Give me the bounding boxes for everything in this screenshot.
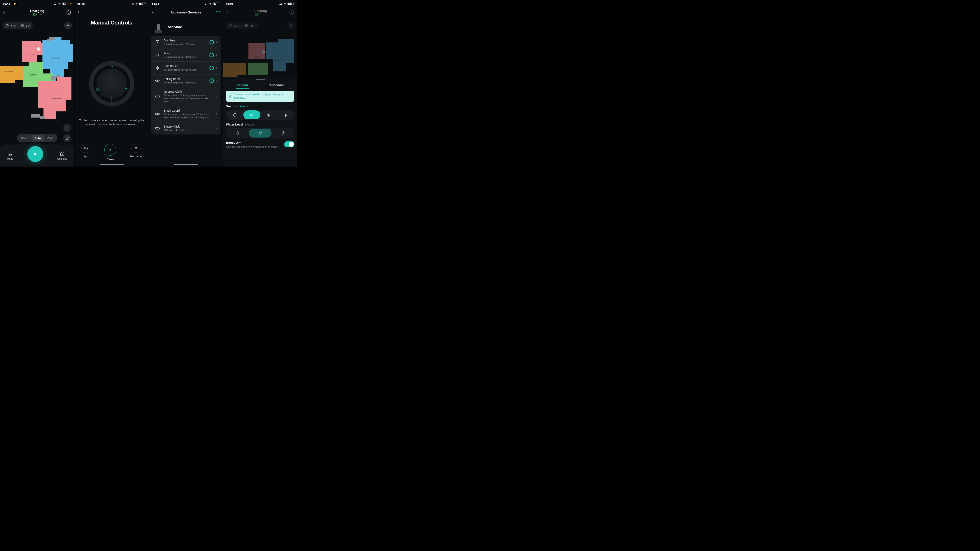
chevron-right-icon: [215, 113, 218, 115]
svg-rect-10: [40, 116, 45, 119]
suction-standard[interactable]: [243, 110, 260, 119]
back-button[interactable]: [2, 10, 6, 15]
boostiq-toggle[interactable]: [284, 141, 294, 147]
mode-zone[interactable]: Zone: [44, 135, 57, 141]
status-bar: 08:05 68: [75, 0, 149, 7]
timer-icon: [5, 24, 9, 27]
sheet-grabber[interactable]: [256, 79, 265, 80]
map-edit-button[interactable]: [64, 22, 72, 29]
svg-point-41: [268, 114, 269, 116]
page-title: Manual Controls: [75, 20, 149, 26]
room-label-bedroom: Bedroom: [51, 57, 60, 59]
suction-label: SuctionStandard: [226, 105, 294, 108]
svg-rect-7: [51, 76, 56, 79]
status-ring-icon: [210, 40, 214, 44]
svg-rect-6: [48, 39, 50, 41]
accessory-item-rolling-brush[interactable]: Rolling BrushShould be replaced in 359 h…: [151, 75, 221, 87]
room-label-living: Living room: [50, 97, 62, 100]
room-label-hallway: Hallway: [28, 73, 36, 76]
tab-customize[interactable]: Customize: [268, 82, 285, 89]
svg-point-40: [251, 114, 252, 115]
home-indicator: [99, 165, 124, 165]
svg-point-1: [68, 12, 69, 13]
accessory-item-mopping-cloth[interactable]: Mopping ClothWe recommend replacing ever…: [151, 87, 221, 106]
charging-button[interactable]: Charging: [57, 151, 67, 160]
start-clean-button[interactable]: [27, 146, 43, 162]
settings-button[interactable]: [65, 10, 72, 16]
device-name-label: RoboVac: [166, 25, 182, 29]
clean-button[interactable]: Clean: [104, 144, 116, 161]
home-indicator: [174, 165, 198, 165]
boostiq-desc: Auto-boost suction power depending on fl…: [226, 146, 284, 148]
map-edit-button[interactable]: [287, 22, 295, 29]
suction-turbo[interactable]: [260, 110, 277, 119]
svg-point-24: [157, 41, 158, 42]
direction-pad[interactable]: [89, 61, 134, 106]
accessory-item-brush-guard[interactable]: Brush GuardWe recommend replacing every …: [151, 106, 221, 122]
chevron-right-icon: [215, 41, 218, 43]
bottom-bar: Mode Charging: [0, 144, 74, 167]
status-bar: 14:14 47: [149, 0, 223, 7]
suction-quiet[interactable]: [226, 110, 243, 119]
svg-rect-17: [66, 129, 67, 129]
svg-point-35: [291, 12, 293, 13]
smart-clean-button[interactable]: [63, 134, 71, 142]
mode-button[interactable]: Mode: [7, 151, 13, 160]
brush-guard-icon: [154, 111, 161, 117]
svg-rect-8: [56, 75, 60, 77]
dpad-rotate-right[interactable]: [124, 87, 128, 92]
timer-icon: [229, 24, 232, 27]
svg-point-43: [239, 132, 239, 132]
svg-rect-9: [31, 114, 40, 118]
svg-point-42: [285, 114, 286, 116]
device-header: RoboVac: [149, 17, 223, 35]
accessory-item-side-brush[interactable]: Side BrushShould be replaced in 179 hour…: [151, 62, 221, 75]
mode-room[interactable]: Room: [18, 135, 32, 141]
chevron-right-icon: [215, 67, 218, 69]
floor-map[interactable]: Kitchen Bedroom Bathroom Hallway Living …: [0, 33, 74, 121]
more-button[interactable]: [216, 11, 220, 12]
suction-max[interactable]: [277, 110, 294, 119]
water-high[interactable]: [272, 129, 294, 138]
dock-icon: [37, 47, 40, 51]
tab-general[interactable]: General: [235, 82, 249, 89]
water-low[interactable]: [226, 129, 249, 138]
device-battery-sub: 100%: [255, 13, 265, 16]
settings-button[interactable]: [288, 10, 295, 16]
screen-manual-controls: 08:05 68 Manual Controls To c: [74, 0, 149, 167]
recharge-button[interactable]: Recharge: [130, 144, 142, 161]
cellular-icon: [205, 3, 208, 5]
svg-rect-16: [68, 127, 68, 127]
svg-point-11: [66, 128, 66, 128]
svg-point-0: [60, 4, 60, 5]
svg-rect-32: [155, 127, 159, 129]
room-label-bathroom: Bathroom: [229, 67, 239, 70]
wifi-icon: [283, 3, 286, 5]
mode-auto[interactable]: Auto: [32, 135, 44, 141]
back-button[interactable]: [76, 10, 81, 15]
spot-button[interactable]: Spot: [81, 144, 91, 161]
device-battery-sub: 17%: [33, 13, 41, 16]
clock: 08:05: [226, 2, 233, 5]
water-medium[interactable]: [249, 129, 271, 138]
svg-rect-14: [66, 127, 67, 128]
voice-button[interactable]: [63, 124, 71, 132]
svg-point-25: [156, 54, 157, 54]
back-button[interactable]: [225, 10, 229, 15]
accessory-item-filter[interactable]: FilterShould be replaced in 199 hours.: [151, 49, 221, 62]
filter-icon: [154, 52, 161, 58]
wifi-icon: [58, 3, 61, 5]
sheet-tabs: General Customize: [226, 82, 294, 89]
back-button[interactable]: [151, 10, 155, 15]
accessory-item-dust-bag[interactable]: Dust bagShould be replaced in 49 hours.: [151, 36, 221, 49]
dpad-up[interactable]: [110, 65, 113, 68]
battery-indicator: 47: [213, 2, 220, 5]
accessory-item-battery-pack[interactable]: Battery Pack5200mAh Li-ion battery: [151, 122, 221, 135]
dpad-rotate-left[interactable]: [95, 87, 99, 92]
wifi-icon: [209, 3, 212, 5]
water-selector: [226, 128, 294, 138]
svg-point-20: [136, 4, 137, 5]
status-ring-icon: [210, 78, 214, 83]
device-image-icon: [154, 22, 163, 33]
svg-point-26: [156, 55, 156, 55]
